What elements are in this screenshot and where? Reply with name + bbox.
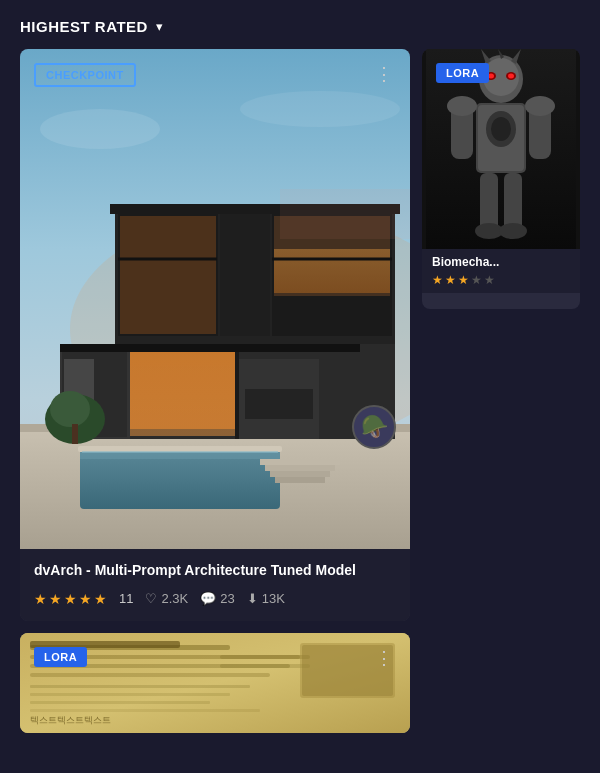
svg-text:텍스트텍스트텍스트: 텍스트텍스트텍스트 [30, 715, 111, 725]
svg-rect-21 [220, 214, 270, 336]
svg-point-36 [40, 109, 160, 149]
svg-rect-15 [235, 339, 239, 439]
page-container: HIGHEST RATED ▾ [0, 0, 600, 773]
section-title: HIGHEST RATED [20, 18, 148, 35]
rating-count: 11 [119, 591, 133, 606]
comments-count: 23 [220, 591, 234, 606]
svg-point-33 [50, 391, 90, 427]
svg-rect-14 [120, 349, 235, 429]
avatar: 🪖 [352, 405, 396, 449]
svg-rect-8 [265, 465, 335, 471]
star-3: ★ [64, 591, 77, 607]
svg-point-59 [475, 223, 503, 239]
downloads-count: 13K [262, 591, 285, 606]
checkpoint-badge[interactable]: CHECKPOINT [34, 63, 136, 87]
right-cards-column: LORA Biomecha... ★ ★ ★ ★ ★ [422, 49, 580, 621]
side-card-footer: Biomecha... ★ ★ ★ ★ ★ [422, 249, 580, 293]
bottom-row: 텍스트텍스트텍스트 LORA ⋮ [0, 621, 600, 733]
svg-rect-65 [30, 673, 270, 677]
bottom-card-lora-badge[interactable]: LORA [34, 647, 87, 667]
card-title: dvArch - Multi-Prompt Architecture Tuned… [34, 561, 396, 581]
card-footer: dvArch - Multi-Prompt Architecture Tuned… [20, 549, 410, 621]
side-card-stars: ★ ★ ★ ★ ★ [432, 273, 570, 287]
main-content-row: CHECKPOINT ⋮ 🪖 dvArch - Multi-Prompt Arc… [0, 49, 600, 621]
comment-icon: 💬 [200, 591, 216, 606]
star-4: ★ [79, 591, 92, 607]
svg-point-48 [508, 74, 514, 79]
svg-rect-20 [120, 216, 216, 334]
star-1: ★ [34, 591, 47, 607]
svg-point-60 [499, 223, 527, 239]
star-5: ★ [94, 591, 107, 607]
svg-rect-74 [30, 709, 260, 712]
side-star-1: ★ [432, 273, 443, 287]
svg-rect-68 [220, 664, 310, 668]
side-star-2: ★ [445, 273, 456, 287]
svg-rect-31 [60, 344, 360, 352]
star-rating: ★ ★ ★ ★ ★ [34, 591, 107, 607]
side-star-3: ★ [458, 273, 469, 287]
svg-rect-34 [72, 424, 78, 444]
house-image-svg [20, 49, 410, 549]
card-stats: ★ ★ ★ ★ ★ 11 ♡ 2.3K 💬 23 [34, 591, 396, 607]
side-card-title: Biomecha... [432, 255, 570, 269]
svg-rect-7 [260, 459, 340, 465]
downloads-stat: ⬇ 13K [247, 591, 285, 606]
bottom-card-menu-button[interactable]: ⋮ [371, 645, 398, 671]
likes-stat: ♡ 2.3K [145, 591, 188, 606]
svg-rect-73 [30, 701, 210, 704]
svg-rect-67 [220, 655, 300, 659]
bottom-card[interactable]: 텍스트텍스트텍스트 LORA ⋮ [20, 633, 410, 733]
svg-rect-35 [82, 451, 278, 453]
avatar-icon: 🪖 [361, 414, 388, 440]
svg-rect-72 [30, 693, 230, 696]
svg-point-55 [447, 96, 477, 116]
svg-rect-38 [280, 189, 410, 239]
card-image-wrapper: CHECKPOINT ⋮ 🪖 [20, 49, 410, 549]
svg-rect-10 [275, 477, 325, 483]
side-star-5: ★ [484, 273, 495, 287]
svg-point-52 [491, 117, 511, 141]
card-menu-button[interactable]: ⋮ [371, 61, 398, 87]
comments-stat: 💬 23 [200, 591, 234, 606]
side-star-4: ★ [471, 273, 482, 287]
svg-rect-71 [30, 685, 250, 688]
heart-icon: ♡ [145, 591, 157, 606]
star-2: ★ [49, 591, 62, 607]
lora-badge-side[interactable]: LORA [436, 63, 489, 83]
side-card-biomech[interactable]: LORA Biomecha... ★ ★ ★ ★ ★ [422, 49, 580, 309]
likes-count: 2.3K [161, 591, 188, 606]
main-card[interactable]: CHECKPOINT ⋮ 🪖 dvArch - Multi-Prompt Arc… [20, 49, 410, 621]
svg-point-56 [525, 96, 555, 116]
svg-rect-17 [245, 389, 313, 419]
svg-point-37 [240, 91, 400, 127]
svg-rect-9 [270, 471, 330, 477]
svg-rect-24 [274, 249, 390, 293]
section-header: HIGHEST RATED ▾ [0, 0, 600, 49]
download-icon: ⬇ [247, 591, 258, 606]
chevron-down-icon[interactable]: ▾ [156, 19, 163, 34]
